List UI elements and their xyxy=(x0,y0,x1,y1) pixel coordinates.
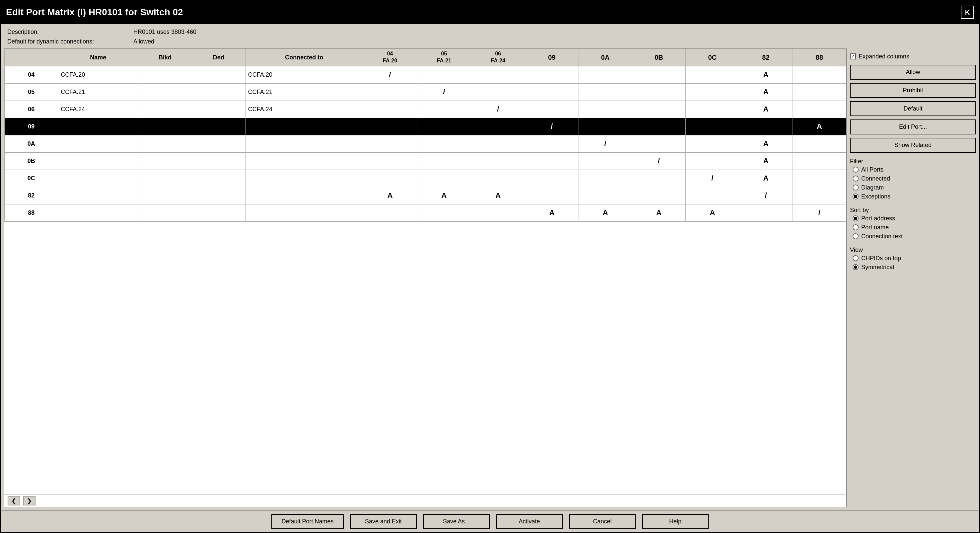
matrix-cell[interactable]: A xyxy=(632,204,686,221)
matrix-cell[interactable]: / xyxy=(525,118,579,135)
matrix-cell[interactable] xyxy=(686,135,739,152)
filter-connected-radio[interactable] xyxy=(853,176,859,182)
matrix-cell[interactable] xyxy=(632,187,686,204)
matrix-cell[interactable] xyxy=(471,118,525,135)
matrix-cell[interactable]: / xyxy=(686,169,739,187)
matrix-cell[interactable] xyxy=(686,118,739,135)
matrix-cell[interactable] xyxy=(525,135,579,152)
table-row[interactable]: 04CCFA.20CCFA.20/A xyxy=(5,66,846,83)
matrix-cell[interactable]: A xyxy=(739,66,792,83)
matrix-cell[interactable]: A xyxy=(363,187,417,204)
matrix-cell[interactable]: A xyxy=(739,101,792,118)
matrix-cell[interactable] xyxy=(579,83,632,101)
matrix-cell[interactable] xyxy=(417,101,471,118)
matrix-cell[interactable]: A xyxy=(739,83,792,101)
matrix-cell[interactable]: A xyxy=(739,152,792,169)
filter-exceptions[interactable]: Exceptions xyxy=(853,193,976,200)
matrix-cell[interactable] xyxy=(471,135,525,152)
scroll-right[interactable]: ❯ xyxy=(23,496,35,506)
matrix-cell[interactable]: / xyxy=(632,152,686,169)
matrix-cell[interactable] xyxy=(525,101,579,118)
table-row[interactable]: 0A/A xyxy=(5,135,846,152)
matrix-container[interactable]: Name Blkd Ded Connected to 04FA-20 05FA-… xyxy=(4,49,846,495)
matrix-cell[interactable] xyxy=(417,152,471,169)
matrix-cell[interactable] xyxy=(363,118,417,135)
show-related-button[interactable]: Show Related xyxy=(850,138,976,153)
matrix-cell[interactable] xyxy=(417,135,471,152)
table-row[interactable]: 0C/A xyxy=(5,169,846,187)
expanded-columns-checkbox[interactable]: ✓ xyxy=(850,53,856,59)
matrix-cell[interactable] xyxy=(417,204,471,221)
matrix-cell[interactable] xyxy=(363,204,417,221)
matrix-cell[interactable] xyxy=(579,169,632,187)
matrix-cell[interactable]: / xyxy=(579,135,632,152)
matrix-cell[interactable] xyxy=(686,66,739,83)
matrix-cell[interactable]: A xyxy=(739,169,792,187)
sort-port-name-radio[interactable] xyxy=(853,224,859,230)
activate-button[interactable]: Activate xyxy=(496,514,563,529)
matrix-cell[interactable] xyxy=(792,169,846,187)
filter-all-ports[interactable]: All Ports xyxy=(853,166,976,173)
matrix-cell[interactable] xyxy=(417,66,471,83)
matrix-cell[interactable]: A xyxy=(579,204,632,221)
matrix-cell[interactable] xyxy=(471,152,525,169)
view-symmetrical-radio[interactable] xyxy=(853,264,859,270)
cancel-button[interactable]: Cancel xyxy=(569,514,636,529)
sort-connection-text-radio[interactable] xyxy=(853,233,859,239)
matrix-cell[interactable] xyxy=(632,83,686,101)
matrix-cell[interactable] xyxy=(471,83,525,101)
matrix-cell[interactable] xyxy=(632,135,686,152)
edit-port-button[interactable]: Edit Port... xyxy=(850,120,976,134)
matrix-cell[interactable] xyxy=(632,66,686,83)
matrix-cell[interactable] xyxy=(579,187,632,204)
matrix-cell[interactable] xyxy=(471,204,525,221)
matrix-cell[interactable]: / xyxy=(739,187,792,204)
matrix-cell[interactable] xyxy=(686,101,739,118)
matrix-cell[interactable] xyxy=(792,187,846,204)
view-chpids[interactable]: CHPIDs on top xyxy=(853,255,976,262)
sort-port-address-radio[interactable] xyxy=(853,215,859,221)
default-port-names-button[interactable]: Default Port Names xyxy=(271,514,344,529)
matrix-cell[interactable]: / xyxy=(363,66,417,83)
matrix-cell[interactable] xyxy=(792,83,846,101)
filter-all-ports-radio[interactable] xyxy=(853,167,859,172)
matrix-cell[interactable] xyxy=(363,83,417,101)
matrix-cell[interactable] xyxy=(579,101,632,118)
matrix-cell[interactable] xyxy=(417,118,471,135)
matrix-cell[interactable] xyxy=(632,101,686,118)
view-symmetrical[interactable]: Symmetrical xyxy=(853,264,976,271)
matrix-cell[interactable]: / xyxy=(471,101,525,118)
matrix-cell[interactable] xyxy=(525,66,579,83)
matrix-cell[interactable] xyxy=(739,204,792,221)
matrix-cell[interactable] xyxy=(686,187,739,204)
matrix-cell[interactable] xyxy=(686,83,739,101)
matrix-cell[interactable] xyxy=(792,135,846,152)
matrix-cell[interactable] xyxy=(792,66,846,83)
scroll-left[interactable]: ❮ xyxy=(8,496,20,506)
matrix-cell[interactable] xyxy=(525,152,579,169)
matrix-cell[interactable] xyxy=(525,83,579,101)
matrix-cell[interactable] xyxy=(525,187,579,204)
matrix-cell[interactable]: A xyxy=(792,118,846,135)
default-button[interactable]: Default xyxy=(850,101,976,116)
matrix-cell[interactable] xyxy=(363,135,417,152)
sort-connection-text[interactable]: Connection text xyxy=(853,233,976,240)
matrix-cell[interactable] xyxy=(471,169,525,187)
matrix-cell[interactable]: / xyxy=(792,204,846,221)
matrix-cell[interactable]: A xyxy=(739,135,792,152)
matrix-cell[interactable]: A xyxy=(525,204,579,221)
matrix-cell[interactable] xyxy=(579,152,632,169)
matrix-cell[interactable] xyxy=(363,101,417,118)
matrix-cell[interactable] xyxy=(739,118,792,135)
prohibit-button[interactable]: Prohibit xyxy=(850,83,976,98)
matrix-cell[interactable] xyxy=(792,101,846,118)
sort-port-name[interactable]: Port name xyxy=(853,224,976,231)
view-chpids-radio[interactable] xyxy=(853,255,859,261)
sort-port-address[interactable]: Port address xyxy=(853,215,976,222)
matrix-cell[interactable] xyxy=(579,66,632,83)
save-as-button[interactable]: Save As... xyxy=(423,514,490,529)
matrix-cell[interactable]: A xyxy=(686,204,739,221)
table-row[interactable]: 88AAAA/ xyxy=(5,204,846,221)
save-and-exit-button[interactable]: Save and Exit xyxy=(350,514,417,529)
matrix-cell[interactable] xyxy=(363,169,417,187)
